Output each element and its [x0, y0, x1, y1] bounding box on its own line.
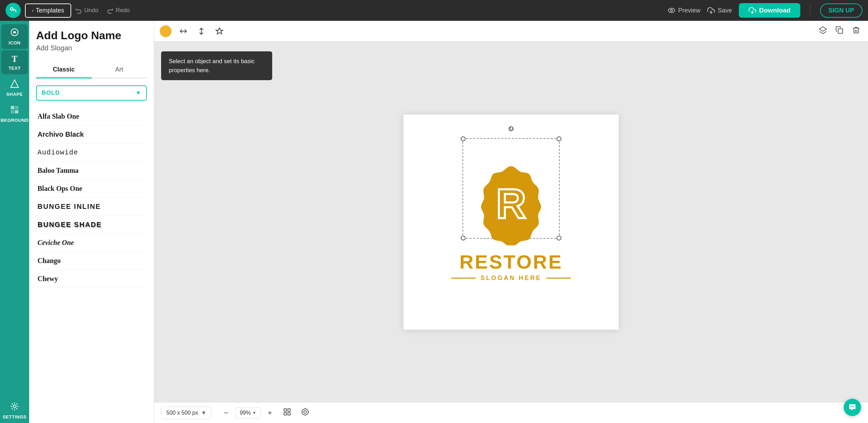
sidebar-item-settings-label: SETTINGS [3, 414, 27, 420]
logo-slogan-row: SLOGAN HERE [451, 274, 571, 282]
font-item-ceviche-one[interactable]: Ceviche One [36, 234, 147, 252]
left-sidebar: ICON T TEXT SHAPE BKGROUND [0, 21, 29, 423]
sidebar-item-shape-label: SHAPE [6, 92, 23, 97]
font-item-black-ops-one[interactable]: Black Ops One [36, 180, 147, 198]
undo-button[interactable]: Undo [75, 7, 99, 14]
svg-rect-12 [15, 110, 18, 113]
zoom-out-button[interactable]: − [220, 407, 232, 418]
svg-point-27 [851, 406, 852, 407]
templates-label: Templates [36, 7, 64, 14]
size-dropdown-arrow-icon: ▼ [201, 410, 207, 416]
duplicate-button[interactable] [833, 24, 846, 39]
app-logo [6, 3, 21, 18]
svg-rect-11 [11, 110, 14, 113]
redo-label: Redo [116, 7, 130, 14]
logo-main-text: RESTORE [451, 252, 571, 272]
svg-point-13 [13, 405, 16, 408]
font-panel: Add Logo Name Add Slogan Classic Art BOL… [29, 21, 154, 423]
svg-point-3 [668, 8, 675, 13]
logo-slogan-text: SLOGAN HERE [481, 274, 542, 282]
tab-classic[interactable]: Classic [36, 62, 92, 78]
svg-marker-14 [819, 27, 826, 31]
svg-text:R: R [496, 180, 526, 227]
chat-support-button[interactable] [844, 399, 861, 416]
font-item-bungee-shade[interactable]: BUNGEE SHADE [36, 216, 147, 234]
svg-point-28 [852, 406, 853, 407]
topbar: ‹ Templates Undo Redo Preview Save Downl… [0, 0, 868, 21]
font-filter-label: BOLD [42, 90, 60, 96]
properties-tooltip: Select an object and set its basic prope… [161, 51, 272, 80]
font-filter-dropdown[interactable]: BOLD ▼ [36, 85, 147, 101]
undo-label: Undo [84, 7, 99, 14]
svg-point-4 [670, 9, 673, 11]
rotate-handle[interactable]: ↻ [509, 126, 514, 131]
svg-rect-9 [11, 106, 14, 109]
svg-rect-15 [838, 29, 843, 33]
tab-art[interactable]: Art [92, 62, 147, 78]
sidebar-item-background[interactable]: BKGROUND [1, 102, 28, 126]
zoom-controls: − 99% ▼ + [220, 407, 275, 418]
handle-bl[interactable] [461, 236, 466, 240]
sidebar-item-settings[interactable]: SETTINGS [1, 398, 28, 423]
font-item-audiowide[interactable]: Audiowide [36, 144, 147, 162]
sidebar-item-icon-label: ICON [9, 40, 21, 45]
color-picker-button[interactable] [160, 25, 172, 37]
chevron-left-icon: ‹ [32, 8, 34, 13]
zoom-percentage: 99% [240, 410, 251, 416]
zoom-value-selector[interactable]: 99% ▼ [235, 407, 261, 418]
font-item-alfa-slab-one[interactable]: Alfa Slab One [36, 108, 147, 126]
preview-button[interactable]: Preview [668, 7, 700, 14]
canvas-area: ↻ R RESTORE SLOGAN HERE [154, 42, 868, 402]
save-button[interactable]: Save [707, 7, 732, 14]
font-item-chango[interactable]: Chango [36, 252, 147, 270]
sidebar-item-icon[interactable]: ICON [1, 24, 28, 49]
toolbar-right-actions [817, 24, 862, 39]
canvas-size-label: 500 x 500 px [166, 410, 198, 416]
flip-horizontal-button[interactable] [177, 25, 190, 37]
shape-icon [10, 79, 19, 90]
layers-button[interactable] [817, 24, 829, 39]
bottom-toolbar: 500 x 500 px ▼ − 99% ▼ + [154, 402, 868, 423]
handle-tl[interactable] [461, 136, 466, 141]
font-item-archivo-black[interactable]: Archivo Black [36, 126, 147, 144]
handle-br[interactable] [557, 236, 561, 240]
design-canvas[interactable]: ↻ R RESTORE SLOGAN HERE [403, 115, 619, 330]
save-label: Save [718, 7, 732, 14]
svg-point-2 [11, 8, 13, 10]
signup-button[interactable]: SIGN UP [820, 3, 862, 18]
zoom-dropdown-arrow-icon: ▼ [252, 411, 257, 415]
effects-button[interactable] [213, 25, 226, 37]
settings-icon [10, 402, 19, 413]
right-actions: Preview Save Download SIGN UP [668, 3, 862, 18]
preview-label: Preview [678, 7, 700, 14]
font-list: Alfa Slab One Archivo Black Audiowide Ba… [36, 108, 147, 288]
background-icon [10, 105, 19, 116]
logo-main-text-area[interactable]: RESTORE SLOGAN HERE [451, 252, 571, 282]
align-button[interactable] [299, 406, 311, 420]
sidebar-item-shape[interactable]: SHAPE [1, 76, 28, 100]
font-item-baloo-tamma[interactable]: Baloo Tamma [36, 162, 147, 180]
svg-rect-18 [288, 409, 290, 411]
svg-rect-10 [15, 106, 18, 109]
handle-tr[interactable] [557, 136, 561, 141]
download-label: Download [759, 7, 791, 14]
flip-vertical-button[interactable] [195, 25, 208, 37]
icon-icon [10, 28, 19, 39]
font-item-chewy[interactable]: Chewy [36, 270, 147, 288]
svg-point-22 [302, 409, 308, 415]
grid-toggle-button[interactable] [281, 406, 293, 420]
font-item-bungee-inline[interactable]: BUNGEE INLINE [36, 198, 147, 216]
slogan-line-left [451, 278, 476, 279]
svg-point-21 [304, 411, 307, 413]
delete-button[interactable] [850, 24, 862, 39]
download-button[interactable]: Download [739, 3, 800, 18]
logo-icon-graphic[interactable]: R [469, 162, 553, 247]
svg-marker-8 [11, 80, 18, 87]
canvas-size-selector[interactable]: 500 x 500 px ▼ [161, 407, 211, 419]
sidebar-item-text[interactable]: T TEXT [1, 50, 28, 74]
redo-button[interactable]: Redo [107, 7, 130, 14]
topbar-divider [810, 4, 810, 17]
logo-name-title: Add Logo Name [36, 29, 147, 42]
zoom-in-button[interactable]: + [264, 407, 275, 418]
templates-button[interactable]: ‹ Templates [25, 3, 71, 18]
